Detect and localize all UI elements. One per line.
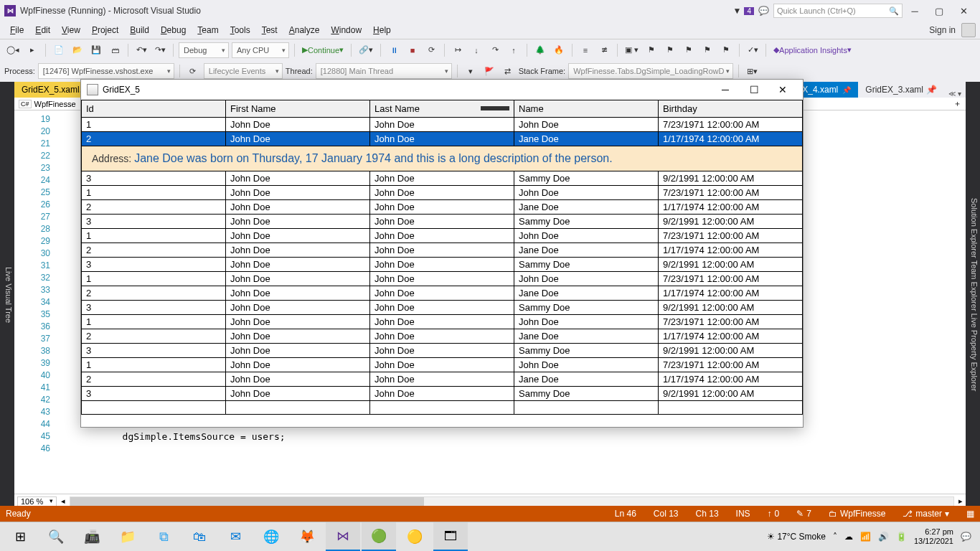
- tray-chevron-icon[interactable]: ˄: [833, 532, 837, 542]
- menu-debug[interactable]: Debug: [155, 23, 192, 37]
- close-button[interactable]: ✕: [951, 3, 976, 19]
- table-row[interactable]: 2John DoeJohn DoeJane Doe1/17/1974 12:00…: [82, 200, 803, 215]
- table-row[interactable]: 1John DoeJohn DoeJohn Doe7/23/1971 12:00…: [82, 118, 803, 132]
- onedrive-icon[interactable]: ☁: [844, 532, 853, 542]
- datagrid[interactable]: IdFirst NameLast NameNameBirthday1John D…: [81, 100, 803, 427]
- table-row[interactable]: 1John DoeJohn DoeJohn Doe7/23/1971 12:00…: [82, 315, 803, 329]
- explorer-icon[interactable]: 📠: [75, 522, 109, 551]
- chrome2-icon[interactable]: 🟡: [397, 522, 432, 551]
- menu-view[interactable]: View: [56, 23, 86, 37]
- table-row[interactable]: 2John DoeJohn DoeJane Doe1/17/1974 12:00…: [82, 132, 803, 146]
- table-row[interactable]: Address: Jane Doe was born on Thursday, …: [82, 146, 803, 171]
- weather-widget[interactable]: ☀ 17°C Smoke: [767, 532, 826, 542]
- toggle-flag-icon[interactable]: 🚩: [481, 63, 497, 79]
- pause-icon[interactable]: ⏸: [386, 42, 402, 58]
- table-row[interactable]: 3John DoeJohn DoeSammy Doe9/2/1991 12:00…: [82, 171, 803, 186]
- platform-combo[interactable]: Any CPU: [232, 42, 289, 58]
- table-row[interactable]: 1John DoeJohn DoeJohn Doe7/23/1971 12:00…: [82, 272, 803, 286]
- col-header[interactable]: Birthday: [659, 100, 803, 118]
- thread-combo[interactable]: [12880] Main Thread: [316, 63, 452, 79]
- step-out-icon[interactable]: ↑: [506, 42, 522, 58]
- filter-threads-icon[interactable]: ▾: [463, 63, 479, 79]
- stackframe-combo[interactable]: WpfFinesse.Tabs.DgSimple_LoadingRowD: [568, 63, 733, 79]
- signin-link[interactable]: Sign in: [925, 25, 960, 35]
- table-row[interactable]: 1John DoeJohn DoeJohn Doe7/23/1971 12:00…: [82, 358, 803, 372]
- gridex-minimize-button[interactable]: ─: [711, 80, 740, 99]
- flag2-icon[interactable]: ⚑: [662, 42, 678, 58]
- table-row[interactable]: [82, 401, 803, 415]
- nav-back-icon[interactable]: ◯◂: [4, 42, 22, 58]
- search-button[interactable]: 🔍: [39, 522, 73, 551]
- lifecycle-combo[interactable]: Lifecycle Events: [204, 63, 283, 79]
- continue-button[interactable]: ▶ Continue ▾: [300, 42, 346, 58]
- notification-flag[interactable]: 4: [744, 7, 754, 15]
- col-header[interactable]: Id: [82, 100, 226, 118]
- chrome-icon[interactable]: 🟢: [362, 522, 396, 551]
- table-row[interactable]: 3John DoeJohn DoeSammy Doe9/2/1991 12:00…: [82, 344, 803, 358]
- table-row[interactable]: 2John DoeJohn DoeJane Doe1/17/1974 12:00…: [82, 372, 803, 387]
- horizontal-scrollbar[interactable]: [70, 496, 954, 507]
- doc-tab-gridex5[interactable]: GridEX_5.xaml.: [14, 82, 89, 98]
- comment-icon[interactable]: ≡: [578, 42, 593, 58]
- save-icon[interactable]: 💾: [88, 42, 104, 58]
- table-row[interactable]: 3John DoeJohn DoeSammy Doe9/2/1991 12:00…: [82, 387, 803, 401]
- app-insights-button[interactable]: ◆ Application Insights ▾: [771, 42, 854, 58]
- zoom-combo[interactable]: 106 %: [17, 496, 57, 507]
- wifi-icon[interactable]: 📶: [860, 532, 871, 542]
- restart-icon[interactable]: ⟳: [423, 42, 439, 58]
- gridex-titlebar[interactable]: GridEX_5 ─ ☐ ✕: [81, 80, 803, 100]
- col-header[interactable]: Last Name: [370, 100, 514, 118]
- menu-test[interactable]: Test: [256, 23, 283, 37]
- menu-build[interactable]: Build: [124, 23, 155, 37]
- lifecycle-icon[interactable]: ⟳: [185, 63, 201, 79]
- stop-icon[interactable]: ■: [405, 42, 420, 58]
- status-changes[interactable]: ✎ 7: [796, 509, 811, 519]
- menu-file[interactable]: File: [4, 23, 29, 37]
- edge-icon[interactable]: 🌐: [254, 522, 288, 551]
- breadcrumb[interactable]: WpfFinesse: [34, 100, 76, 108]
- redo-icon[interactable]: ↷▾: [152, 42, 168, 58]
- task-list-icon[interactable]: ✓▾: [745, 42, 760, 58]
- flag3-icon[interactable]: ⚑: [681, 42, 697, 58]
- mail-icon[interactable]: ✉: [218, 522, 253, 551]
- flag5-icon[interactable]: ⚑: [718, 42, 734, 58]
- tabs-overflow-icon[interactable]: ≪ ▾: [944, 90, 966, 98]
- store-icon[interactable]: 🛍: [182, 522, 217, 551]
- col-header[interactable]: Name: [514, 100, 659, 118]
- table-row[interactable]: 2John DoeJohn DoeJane Doe1/17/1974 12:00…: [82, 329, 803, 344]
- hot-reload-icon[interactable]: 🔥: [551, 42, 567, 58]
- menu-analyze[interactable]: Analyze: [283, 23, 326, 37]
- table-row[interactable]: 3John DoeJohn DoeSammy Doe9/2/1991 12:00…: [82, 258, 803, 272]
- step-into-icon[interactable]: ↓: [468, 42, 484, 58]
- maximize-button[interactable]: ▢: [927, 3, 951, 19]
- nav-fwd-icon[interactable]: ▸: [24, 42, 40, 58]
- filter-icon[interactable]: ▼: [733, 6, 742, 16]
- file-explorer-icon[interactable]: 📁: [110, 522, 145, 551]
- bookmark-group-icon[interactable]: ▣ ▾: [623, 42, 641, 58]
- menu-project[interactable]: Project: [86, 23, 124, 37]
- action-center-icon[interactable]: 💬: [961, 532, 971, 542]
- live-visual-tree-icon[interactable]: 🌲: [532, 42, 548, 58]
- table-row[interactable]: 2John DoeJohn DoeJane Doe1/17/1974 12:00…: [82, 286, 803, 301]
- browser-link-icon[interactable]: 🔗▾: [357, 42, 375, 58]
- menu-team[interactable]: Team: [192, 23, 224, 37]
- table-row[interactable]: 3John DoeJohn DoeSammy Doe9/2/1991 12:00…: [82, 215, 803, 229]
- status-branch[interactable]: ⎇ master ▾: [903, 509, 949, 519]
- table-row[interactable]: 3John DoeJohn DoeSammy Doe9/2/1991 12:00…: [82, 301, 803, 315]
- start-button[interactable]: ⊞: [3, 522, 37, 551]
- flag1-icon[interactable]: ⚑: [644, 42, 659, 58]
- uncomment-icon[interactable]: ≢: [596, 42, 612, 58]
- flag4-icon[interactable]: ⚑: [699, 42, 715, 58]
- menu-window[interactable]: Window: [325, 23, 367, 37]
- table-row[interactable]: 2John DoeJohn DoeJane Doe1/17/1974 12:00…: [82, 243, 803, 258]
- table-row[interactable]: 1John DoeJohn DoeJohn Doe7/23/1971 12:00…: [82, 186, 803, 200]
- save-all-icon[interactable]: 🗃: [107, 42, 123, 58]
- task-view-icon[interactable]: 🗔: [433, 522, 468, 551]
- show-next-icon[interactable]: ↦: [450, 42, 466, 58]
- col-header[interactable]: First Name: [226, 100, 370, 118]
- new-project-icon[interactable]: 📄: [51, 42, 67, 58]
- right-tool-tabs[interactable]: Solution Explorer Team Explorer Live Pro…: [966, 82, 980, 508]
- swap-icon[interactable]: ⇄: [500, 63, 516, 79]
- nav-plus-icon[interactable]: ＋: [953, 98, 961, 109]
- doc-tab-gridex3[interactable]: GridEX_3.xaml 📌: [858, 82, 944, 98]
